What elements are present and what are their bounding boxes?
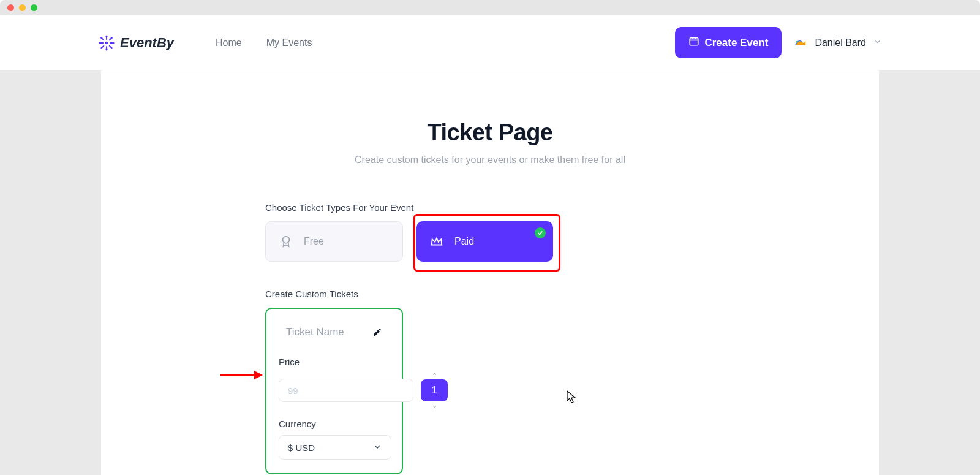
currency-label: Currency xyxy=(279,419,390,429)
window-maximize-button[interactable] xyxy=(31,4,37,11)
currency-value: $ USD xyxy=(288,443,315,453)
ribbon-icon xyxy=(279,235,293,248)
brand-logo[interactable]: EventBy xyxy=(98,34,174,51)
window-minimize-button[interactable] xyxy=(19,4,26,11)
app-header: EventBy Home My Events Create Event Dani… xyxy=(0,15,980,70)
calendar-icon xyxy=(688,36,699,50)
window-close-button[interactable] xyxy=(7,4,14,11)
page-content: Ticket Page Create custom tickets for yo… xyxy=(101,70,879,475)
browser-chrome xyxy=(0,0,980,15)
svg-point-11 xyxy=(99,42,101,44)
snowflake-icon xyxy=(98,34,115,51)
svg-point-0 xyxy=(105,41,108,44)
user-name: Daniel Bard xyxy=(815,37,866,48)
nav-home[interactable]: Home xyxy=(216,37,242,48)
custom-tickets-label: Create Custom Tickets xyxy=(265,289,553,299)
svg-point-15 xyxy=(111,37,113,39)
quantity-down-button[interactable]: ⌄ xyxy=(432,403,437,408)
cursor-icon xyxy=(567,390,576,407)
chevron-down-icon xyxy=(873,37,882,48)
ticket-type-label: Choose Ticket Types For Your Event xyxy=(265,202,553,213)
ticket-card: Ticket Name Price ⌃ 1 ⌄ Currency $ xyxy=(265,308,403,474)
ticket-type-paid-label: Paid xyxy=(454,236,474,247)
main-nav: Home My Events xyxy=(216,37,312,48)
quantity-value: 1 xyxy=(421,379,448,401)
svg-point-10 xyxy=(105,48,107,50)
price-label: Price xyxy=(279,357,390,367)
create-event-label: Create Event xyxy=(704,37,768,49)
crown-icon xyxy=(430,235,443,248)
chevron-down-icon xyxy=(372,442,382,454)
currency-select[interactable]: $ USD xyxy=(279,435,391,460)
svg-point-12 xyxy=(112,42,114,44)
ticket-type-free-label: Free xyxy=(304,236,324,247)
svg-point-14 xyxy=(111,47,113,48)
ticket-type-paid[interactable]: Paid xyxy=(417,221,553,262)
ticket-name-input[interactable]: Ticket Name xyxy=(286,326,344,338)
svg-rect-17 xyxy=(690,38,699,45)
page-subtitle: Create custom tickets for your events or… xyxy=(101,154,879,165)
brand-name: EventBy xyxy=(120,35,174,51)
user-menu[interactable]: Daniel Bard xyxy=(794,36,882,50)
annotation-arrow xyxy=(221,371,263,379)
ticket-type-free[interactable]: Free xyxy=(265,221,403,262)
page-title: Ticket Page xyxy=(101,70,879,146)
check-icon xyxy=(535,227,546,238)
nav-my-events[interactable]: My Events xyxy=(266,37,312,48)
price-input[interactable] xyxy=(279,379,413,402)
create-event-button[interactable]: Create Event xyxy=(675,27,782,58)
svg-point-21 xyxy=(797,40,799,42)
pencil-icon[interactable] xyxy=(372,327,382,337)
svg-point-9 xyxy=(105,35,107,37)
avatar xyxy=(794,36,807,50)
svg-point-16 xyxy=(100,47,102,48)
svg-point-13 xyxy=(100,37,102,39)
quantity-up-button[interactable]: ⌃ xyxy=(432,373,437,378)
svg-point-22 xyxy=(283,237,290,243)
